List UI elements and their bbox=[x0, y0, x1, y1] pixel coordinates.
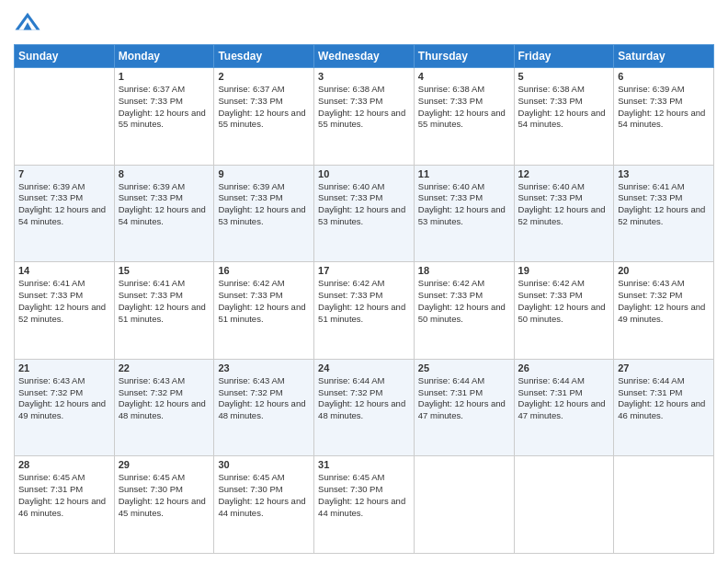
sunrise: Sunrise: 6:43 AM bbox=[618, 278, 684, 288]
calendar-cell: 19 Sunrise: 6:42 AM Sunset: 7:33 PM Dayl… bbox=[514, 262, 614, 360]
daylight: Daylight: 12 hours and 53 minutes. bbox=[418, 204, 506, 226]
day-number: 14 bbox=[18, 265, 110, 276]
day-number: 2 bbox=[218, 71, 310, 82]
daylight: Daylight: 12 hours and 45 minutes. bbox=[119, 496, 206, 518]
daylight: Daylight: 12 hours and 50 minutes. bbox=[418, 302, 506, 324]
calendar-cell: 8 Sunrise: 6:39 AM Sunset: 7:33 PM Dayli… bbox=[114, 165, 214, 262]
day-number: 24 bbox=[318, 362, 410, 373]
sunset: Sunset: 7:30 PM bbox=[318, 484, 382, 494]
daylight: Daylight: 12 hours and 50 minutes. bbox=[518, 302, 606, 324]
sunset: Sunset: 7:33 PM bbox=[119, 290, 183, 300]
calendar-header-row: SundayMondayTuesdayWednesdayThursdayFrid… bbox=[15, 45, 714, 68]
sunrise: Sunrise: 6:38 AM bbox=[518, 84, 585, 94]
sunset: Sunset: 7:30 PM bbox=[218, 484, 282, 494]
daylight: Daylight: 12 hours and 49 minutes. bbox=[18, 398, 106, 420]
sunrise: Sunrise: 6:45 AM bbox=[218, 472, 284, 482]
day-number: 6 bbox=[618, 71, 710, 82]
calendar-cell: 30 Sunrise: 6:45 AM Sunset: 7:30 PM Dayl… bbox=[214, 456, 314, 554]
sunset: Sunset: 7:32 PM bbox=[18, 387, 83, 397]
logo-icon bbox=[14, 9, 41, 37]
calendar-cell: 25 Sunrise: 6:44 AM Sunset: 7:31 PM Dayl… bbox=[414, 359, 514, 456]
cell-text: Sunrise: 6:42 AM Sunset: 7:33 PM Dayligh… bbox=[218, 278, 310, 325]
calendar-cell: 23 Sunrise: 6:43 AM Sunset: 7:32 PM Dayl… bbox=[214, 359, 314, 456]
daylight: Daylight: 12 hours and 46 minutes. bbox=[18, 496, 106, 518]
sunset: Sunset: 7:32 PM bbox=[618, 290, 682, 300]
cell-text: Sunrise: 6:37 AM Sunset: 7:33 PM Dayligh… bbox=[119, 84, 210, 131]
sunset: Sunset: 7:33 PM bbox=[119, 192, 183, 202]
calendar-week-5: 28 Sunrise: 6:45 AM Sunset: 7:31 PM Dayl… bbox=[15, 456, 714, 554]
calendar-cell: 29 Sunrise: 6:45 AM Sunset: 7:30 PM Dayl… bbox=[114, 456, 214, 554]
daylight: Daylight: 12 hours and 51 minutes. bbox=[318, 302, 405, 324]
sunrise: Sunrise: 6:42 AM bbox=[518, 278, 585, 288]
page: SundayMondayTuesdayWednesdayThursdayFrid… bbox=[0, 0, 728, 563]
calendar-cell: 6 Sunrise: 6:39 AM Sunset: 7:33 PM Dayli… bbox=[614, 68, 714, 166]
daylight: Daylight: 12 hours and 52 minutes. bbox=[518, 204, 606, 226]
calendar-header-wednesday: Wednesday bbox=[314, 45, 415, 68]
sunrise: Sunrise: 6:39 AM bbox=[119, 181, 185, 191]
sunrise: Sunrise: 6:42 AM bbox=[318, 278, 384, 288]
calendar-header-friday: Friday bbox=[514, 45, 614, 68]
calendar-header-monday: Monday bbox=[114, 45, 214, 68]
cell-text: Sunrise: 6:45 AM Sunset: 7:30 PM Dayligh… bbox=[119, 472, 210, 519]
daylight: Daylight: 12 hours and 54 minutes. bbox=[518, 108, 606, 130]
sunrise: Sunrise: 6:45 AM bbox=[318, 472, 384, 482]
daylight: Daylight: 12 hours and 47 minutes. bbox=[518, 398, 606, 420]
day-number: 11 bbox=[418, 168, 510, 179]
cell-text: Sunrise: 6:42 AM Sunset: 7:33 PM Dayligh… bbox=[318, 278, 410, 325]
sunset: Sunset: 7:32 PM bbox=[218, 387, 282, 397]
cell-text: Sunrise: 6:45 AM Sunset: 7:31 PM Dayligh… bbox=[18, 472, 110, 519]
daylight: Daylight: 12 hours and 47 minutes. bbox=[418, 398, 506, 420]
calendar-cell: 31 Sunrise: 6:45 AM Sunset: 7:30 PM Dayl… bbox=[314, 456, 415, 554]
calendar-cell bbox=[414, 456, 514, 554]
day-number: 23 bbox=[218, 362, 310, 373]
sunset: Sunset: 7:32 PM bbox=[119, 387, 183, 397]
sunset: Sunset: 7:33 PM bbox=[318, 290, 382, 300]
daylight: Daylight: 12 hours and 54 minutes. bbox=[18, 204, 106, 226]
calendar-table: SundayMondayTuesdayWednesdayThursdayFrid… bbox=[14, 44, 714, 554]
sunset: Sunset: 7:33 PM bbox=[618, 192, 682, 202]
cell-text: Sunrise: 6:42 AM Sunset: 7:33 PM Dayligh… bbox=[418, 278, 510, 325]
cell-text: Sunrise: 6:42 AM Sunset: 7:33 PM Dayligh… bbox=[518, 278, 610, 325]
cell-text: Sunrise: 6:40 AM Sunset: 7:33 PM Dayligh… bbox=[518, 181, 610, 228]
cell-text: Sunrise: 6:39 AM Sunset: 7:33 PM Dayligh… bbox=[18, 181, 110, 228]
calendar-cell: 2 Sunrise: 6:37 AM Sunset: 7:33 PM Dayli… bbox=[214, 68, 314, 166]
cell-text: Sunrise: 6:44 AM Sunset: 7:31 PM Dayligh… bbox=[618, 375, 710, 422]
sunrise: Sunrise: 6:39 AM bbox=[218, 181, 284, 191]
daylight: Daylight: 12 hours and 48 minutes. bbox=[119, 398, 206, 420]
calendar-cell: 7 Sunrise: 6:39 AM Sunset: 7:33 PM Dayli… bbox=[15, 165, 115, 262]
calendar-cell: 12 Sunrise: 6:40 AM Sunset: 7:33 PM Dayl… bbox=[514, 165, 614, 262]
day-number: 31 bbox=[318, 459, 410, 470]
daylight: Daylight: 12 hours and 51 minutes. bbox=[218, 302, 305, 324]
header bbox=[14, 9, 714, 37]
calendar-header-thursday: Thursday bbox=[414, 45, 514, 68]
sunset: Sunset: 7:33 PM bbox=[218, 96, 282, 106]
calendar-cell bbox=[514, 456, 614, 554]
calendar-cell: 5 Sunrise: 6:38 AM Sunset: 7:33 PM Dayli… bbox=[514, 68, 614, 166]
calendar-header-saturday: Saturday bbox=[614, 45, 714, 68]
sunrise: Sunrise: 6:44 AM bbox=[618, 375, 684, 385]
calendar-cell: 17 Sunrise: 6:42 AM Sunset: 7:33 PM Dayl… bbox=[314, 262, 415, 360]
cell-text: Sunrise: 6:43 AM Sunset: 7:32 PM Dayligh… bbox=[218, 375, 310, 422]
sunset: Sunset: 7:31 PM bbox=[418, 387, 483, 397]
calendar-header-sunday: Sunday bbox=[15, 45, 115, 68]
calendar-week-2: 7 Sunrise: 6:39 AM Sunset: 7:33 PM Dayli… bbox=[15, 165, 714, 262]
sunset: Sunset: 7:33 PM bbox=[318, 96, 382, 106]
daylight: Daylight: 12 hours and 53 minutes. bbox=[318, 204, 405, 226]
sunrise: Sunrise: 6:44 AM bbox=[518, 375, 585, 385]
daylight: Daylight: 12 hours and 48 minutes. bbox=[218, 398, 305, 420]
sunset: Sunset: 7:33 PM bbox=[318, 192, 382, 202]
calendar-cell: 9 Sunrise: 6:39 AM Sunset: 7:33 PM Dayli… bbox=[214, 165, 314, 262]
sunset: Sunset: 7:32 PM bbox=[318, 387, 382, 397]
cell-text: Sunrise: 6:39 AM Sunset: 7:33 PM Dayligh… bbox=[618, 84, 710, 131]
sunrise: Sunrise: 6:45 AM bbox=[18, 472, 85, 482]
calendar-cell: 24 Sunrise: 6:44 AM Sunset: 7:32 PM Dayl… bbox=[314, 359, 415, 456]
day-number: 10 bbox=[318, 168, 410, 179]
sunrise: Sunrise: 6:37 AM bbox=[119, 84, 185, 94]
sunrise: Sunrise: 6:41 AM bbox=[119, 278, 185, 288]
day-number: 28 bbox=[18, 459, 110, 470]
sunrise: Sunrise: 6:44 AM bbox=[318, 375, 384, 385]
day-number: 30 bbox=[218, 459, 310, 470]
day-number: 18 bbox=[418, 265, 510, 276]
day-number: 19 bbox=[518, 265, 610, 276]
cell-text: Sunrise: 6:43 AM Sunset: 7:32 PM Dayligh… bbox=[18, 375, 110, 422]
